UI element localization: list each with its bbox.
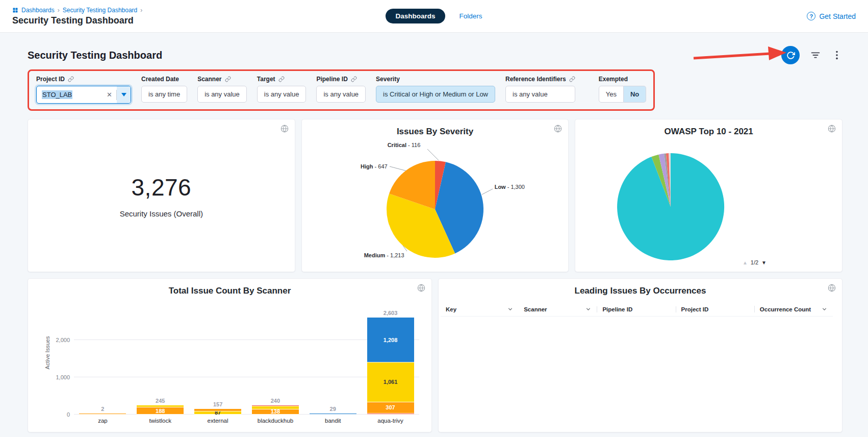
bar-segment[interactable] xyxy=(79,414,126,415)
tile-owasp-top-10: OWASP Top 10 - 2021 ▲ 1/2 ▼ xyxy=(575,119,843,272)
project-id-input[interactable]: STO_LAB ✕ xyxy=(36,86,131,104)
scanner-filter-button[interactable]: is any value xyxy=(197,86,247,103)
bar-twistlock[interactable]: 245188 xyxy=(132,301,189,415)
filter-target-label: Target xyxy=(257,76,275,83)
filter-reference-identifiers: Reference Identifiers is any value xyxy=(505,76,575,103)
bar-category-label: external xyxy=(189,418,247,424)
issues-by-severity-pie[interactable] xyxy=(302,140,569,272)
target-filter-button[interactable]: is any value xyxy=(257,86,307,103)
exempted-yes-button[interactable]: Yes xyxy=(599,86,624,103)
question-circle-icon: ? xyxy=(807,12,815,20)
pipeline-id-filter-button[interactable]: is any value xyxy=(316,86,366,103)
page-down-icon[interactable]: ▼ xyxy=(761,260,767,265)
bar-category-label: twistlock xyxy=(132,418,189,424)
severity-filter-button[interactable]: is Critical or High or Medium or Low xyxy=(376,86,495,103)
clear-icon[interactable]: ✕ xyxy=(103,91,116,99)
bar-segment[interactable]: 1,208 xyxy=(367,318,414,362)
bar-zap[interactable]: 2 xyxy=(74,301,132,415)
bar-segment[interactable]: 1,061 xyxy=(367,362,414,402)
filter-target: Target is any value xyxy=(257,76,307,103)
bar-segment-label: 1,061 xyxy=(367,362,414,402)
tile-security-issues-overall: 3,276 Security Issues (Overall) xyxy=(28,119,295,272)
bar-segment[interactable] xyxy=(310,414,356,415)
page-title: Security Testing Dashboard xyxy=(12,15,386,26)
bar-segment[interactable] xyxy=(194,409,241,411)
bar-segment[interactable] xyxy=(137,405,184,407)
bar-total-label: 2 xyxy=(101,406,104,412)
pie-label-medium: Medium - 1,213 xyxy=(364,252,404,258)
bar-segment[interactable]: 307 xyxy=(367,402,414,414)
filter-button[interactable] xyxy=(810,50,821,61)
sort-chevron-icon xyxy=(507,306,514,312)
dashboard-title: Security Testing Dashboard xyxy=(28,50,162,61)
column-header-scanner[interactable]: Scanner xyxy=(519,306,597,312)
refresh-icon xyxy=(786,51,795,60)
top-bar: Dashboards › Security Testing Dashboard … xyxy=(0,0,868,33)
globe-icon[interactable] xyxy=(554,125,562,133)
bar-total-label: 2,603 xyxy=(384,310,398,316)
bar-segment-label: 138 xyxy=(252,409,299,415)
filter-severity: Severity is Critical or High or Medium o… xyxy=(376,76,495,103)
owasp-pager: ▲ 1/2 ▼ xyxy=(743,259,767,265)
pie-label-critical: Critical - 116 xyxy=(388,142,421,148)
filter-project-id: Project ID STO_LAB ✕ xyxy=(36,76,131,104)
bar-segment-label: 188 xyxy=(137,407,184,415)
globe-icon[interactable] xyxy=(417,284,425,292)
column-header-occurrence-count[interactable]: Occurrence Count xyxy=(754,306,833,312)
breadcrumb-current-link[interactable]: Security Testing Dashboard xyxy=(63,7,138,14)
link-icon xyxy=(68,76,74,82)
bar-bandit[interactable]: 29 xyxy=(304,301,362,415)
bar-category-label: bandit xyxy=(304,418,362,424)
bar-aqua-trivy[interactable]: 2,6033071,0611,208 xyxy=(362,301,419,415)
breadcrumb-dashboards-link[interactable]: Dashboards xyxy=(21,7,55,14)
tab-folders[interactable]: Folders xyxy=(459,12,482,20)
created-date-filter-button[interactable]: is any time xyxy=(141,86,187,103)
bar-segment[interactable] xyxy=(252,405,299,406)
y-tick-label: 2,000 xyxy=(44,337,70,343)
table-header-row: KeyScannerPipeline IDProject IDOccurrenc… xyxy=(441,302,833,317)
globe-icon[interactable] xyxy=(280,125,289,133)
refresh-button[interactable] xyxy=(781,46,800,64)
y-tick-label: 1,000 xyxy=(44,374,70,380)
tile-leading-issues-by-occurrences: Leading Issues By Occurrences KeyScanner… xyxy=(438,278,843,432)
bar-chart-categories: zaptwistlockexternalblackduckhubbanditaq… xyxy=(74,418,419,424)
filter-scanner-label: Scanner xyxy=(197,76,221,83)
bar-segment[interactable]: 138 xyxy=(252,409,299,415)
get-started-link[interactable]: ? Get Started xyxy=(482,12,856,20)
dropdown-caret-button[interactable] xyxy=(117,86,131,103)
page-up-icon[interactable]: ▲ xyxy=(743,260,748,265)
dashboards-grid-icon xyxy=(12,7,18,13)
globe-icon[interactable] xyxy=(828,125,836,133)
breadcrumb-separator: › xyxy=(58,7,60,14)
bar-chart-plot: Active Issues 224518815787240138292,6033… xyxy=(74,301,419,415)
page-indicator: 1/2 xyxy=(751,259,758,265)
bar-total-label: 29 xyxy=(330,406,336,412)
pie-slice[interactable] xyxy=(617,153,724,260)
globe-icon[interactable] xyxy=(828,284,836,292)
filter-bar-annotation-box: Project ID STO_LAB ✕ Created Date is any… xyxy=(28,69,655,111)
bar-segment[interactable] xyxy=(252,406,299,409)
column-header-key[interactable]: Key xyxy=(441,306,519,312)
link-icon xyxy=(225,76,231,82)
overall-issues-count: 3,276 xyxy=(132,174,192,201)
reference-identifiers-filter-button[interactable]: is any value xyxy=(505,86,575,103)
bar-segment[interactable]: 87 xyxy=(194,411,241,415)
bar-segment[interactable] xyxy=(367,414,414,415)
link-icon xyxy=(278,76,285,82)
exempted-no-button[interactable]: No xyxy=(624,86,646,103)
overall-issues-label: Security Issues (Overall) xyxy=(120,209,203,218)
tab-dashboards[interactable]: Dashboards xyxy=(386,9,445,23)
bar-segment[interactable]: 188 xyxy=(137,407,184,415)
tile-total-issue-count-by-scanner: Total Issue Count By Scanner Active Issu… xyxy=(28,278,432,432)
filter-project-id-label: Project ID xyxy=(36,76,65,83)
bar-blackduckhub[interactable]: 240138 xyxy=(246,301,304,415)
main-content: Security Testing Dashboard xyxy=(0,45,868,432)
more-options-button[interactable] xyxy=(831,50,843,61)
bar-chart-bars: 224518815787240138292,6033071,0611,208 xyxy=(74,301,419,415)
link-icon xyxy=(569,76,575,82)
pie-label-low: Low - 1,300 xyxy=(495,184,525,190)
owasp-pie[interactable] xyxy=(575,140,843,272)
project-id-value: STO_LAB xyxy=(42,90,72,99)
tile-row-2: Total Issue Count By Scanner Active Issu… xyxy=(28,278,843,432)
bar-external[interactable]: 15787 xyxy=(189,301,247,415)
